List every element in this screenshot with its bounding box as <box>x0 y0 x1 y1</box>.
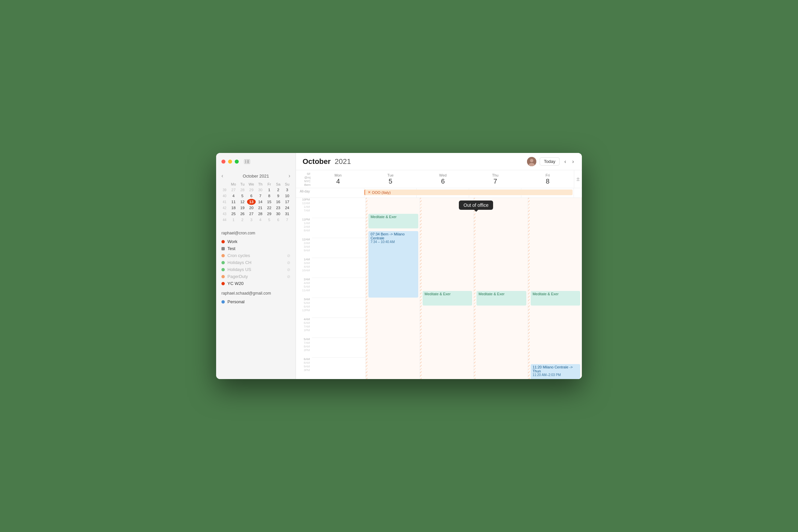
mini-cal-day[interactable]: 17 <box>283 199 291 205</box>
day-header-wed6[interactable]: Wed 6 <box>417 170 469 188</box>
day-header-su: Su <box>283 182 291 187</box>
next-week-button[interactable]: › <box>571 158 575 165</box>
calendar-personal[interactable]: Personal <box>222 298 290 305</box>
mini-cal-day[interactable]: 15 <box>265 199 274 205</box>
time-label-12am: 12AM2AM3AM9AM <box>296 238 312 258</box>
mini-cal-day[interactable]: 12 <box>238 199 247 205</box>
eye-slash-icon: ⊘ <box>287 253 290 258</box>
mini-cal-day[interactable]: 13 <box>247 199 256 205</box>
mini-cal-day[interactable]: 2 <box>238 217 247 223</box>
prev-week-button[interactable]: ‹ <box>563 158 567 165</box>
calendar-yc-w20[interactable]: YC W20 <box>222 280 290 287</box>
mini-cal-day[interactable]: 21 <box>256 205 265 211</box>
mini-cal-day[interactable]: 30 <box>274 211 283 217</box>
mini-cal-day[interactable]: 6 <box>274 217 283 223</box>
mini-cal-day[interactable]: 7 <box>256 193 265 199</box>
mini-cal-day[interactable]: 28 <box>238 187 247 193</box>
today-button[interactable]: Today <box>540 157 560 166</box>
calendar-cron-cycles-dot <box>222 254 225 258</box>
mini-cal-day[interactable]: 20 <box>247 205 256 211</box>
mini-cal-day[interactable]: 5 <box>238 193 247 199</box>
mini-cal-day[interactable]: 3 <box>247 217 256 223</box>
event-meditate-fri8[interactable]: Meditate & Exer <box>531 291 580 306</box>
minimize-button[interactable] <box>228 159 232 164</box>
mini-cal-day[interactable]: 31 <box>283 211 291 217</box>
close-button[interactable] <box>222 159 225 164</box>
calendar-work-dot <box>222 240 225 243</box>
ooo-allday-event[interactable]: ✕ OOO (Italy) <box>364 190 573 195</box>
mini-cal-day[interactable]: 27 <box>247 211 256 217</box>
mini-cal-day[interactable]: 14 <box>256 199 265 205</box>
mini-cal-day[interactable]: 22 <box>265 205 274 211</box>
day-col-thu7: Meditate & Exer <box>474 198 528 379</box>
mini-cal-day[interactable]: 4 <box>229 193 238 199</box>
mini-calendar: ‹ October 2021 › Mo Tu We Th Fr Sa Su <box>216 170 296 225</box>
ooo-stripe-tue5 <box>366 198 367 379</box>
ooo-stripe-fri8 <box>528 198 530 379</box>
main-calendar: October 2021 Today ‹ › <box>296 153 582 379</box>
event-meditate-tue5[interactable]: Meditate & Exer <box>368 214 418 228</box>
mini-cal-day[interactable]: 7 <box>283 217 291 223</box>
day-name-thu7: Thu <box>492 173 498 177</box>
mini-cal-day[interactable]: 27 <box>229 187 238 193</box>
mini-cal-day[interactable]: 26 <box>238 211 247 217</box>
mini-cal-day[interactable]: 5 <box>265 217 274 223</box>
calendar-personal-label: Personal <box>227 299 244 304</box>
time-label-3am: 3AM5AM6AM12PM <box>296 298 312 318</box>
mini-cal-day[interactable]: 6 <box>247 193 256 199</box>
calendar-holidays-ch[interactable]: Holidays CH ⊘ <box>222 259 290 266</box>
event-train-bern-milano[interactable]: 07:34 Bern -> Milano Centrale 7:34 – 10:… <box>368 231 418 298</box>
mini-cal-day[interactable]: 2 <box>274 187 283 193</box>
maximize-button[interactable] <box>235 159 239 164</box>
day-header-mon4[interactable]: Mon 4 <box>312 170 364 188</box>
mini-cal-day[interactable]: 19 <box>238 205 247 211</box>
tz-mj: @mj <box>304 176 310 179</box>
mini-cal-month-year: October 2021 <box>243 174 269 178</box>
mini-cal-day[interactable]: 29 <box>265 211 274 217</box>
calendar-cron-cycles[interactable]: Cron cycles ⊘ <box>222 252 290 259</box>
layout-toggle-icon[interactable] <box>244 159 250 164</box>
mini-cal-day[interactable]: 25 <box>229 211 238 217</box>
mini-cal-day[interactable]: 23 <box>274 205 283 211</box>
time-grid: 10PM12AM1AM7AM 11PM1AM2AM8AM 12AM2AM3AM9… <box>296 198 582 379</box>
allday-cell-tue5: ✕ OOO (Italy) <box>364 188 417 197</box>
time-grid-scroll[interactable]: 10PM12AM1AM7AM 11PM1AM2AM8AM 12AM2AM3AM9… <box>296 198 582 379</box>
mini-cal-day[interactable]: 8 <box>265 193 274 199</box>
calendar-holidays-us[interactable]: Holidays US ⊘ <box>222 266 290 273</box>
mini-cal-day[interactable]: 18 <box>229 205 238 211</box>
mini-cal-day[interactable]: 1 <box>265 187 274 193</box>
mini-cal-day[interactable]: 1 <box>229 217 238 223</box>
time-label-4am: 4AM6AM7AM1PM <box>296 318 312 338</box>
mini-cal-day[interactable]: 10 <box>283 193 291 199</box>
avatar[interactable] <box>527 157 536 166</box>
calendar-test[interactable]: Test <box>222 245 290 252</box>
calendar-work[interactable]: Work <box>222 238 290 245</box>
add-event-button[interactable]: ± <box>574 170 582 188</box>
calendar-pagerduty[interactable]: PagerDuty ⊘ <box>222 273 290 280</box>
allday-cells: ✕ OOO (Italy) <box>312 188 574 197</box>
mini-cal-day[interactable]: 28 <box>256 211 265 217</box>
day-header-thu7[interactable]: Thu 7 <box>469 170 522 188</box>
mini-cal-day[interactable]: 29 <box>247 187 256 193</box>
event-meditate-wed6[interactable]: Meditate & Exer <box>423 291 472 306</box>
calendar-pagerduty-label: PagerDuty <box>227 274 248 279</box>
day-col-fri8: Meditate & Exer 11:20 Milano Centrale ->… <box>528 198 582 379</box>
day-col-wed6: Meditate & Exer [Run] - Hotel↑ <box>420 198 474 379</box>
mini-cal-day[interactable]: 3 <box>283 187 291 193</box>
week-num-header <box>220 182 229 187</box>
mini-cal-day[interactable]: 4 <box>256 217 265 223</box>
day-num-mon4: 4 <box>313 177 363 185</box>
day-header-th: Th <box>256 182 265 187</box>
mini-cal-day[interactable]: 16 <box>274 199 283 205</box>
mini-cal-day[interactable]: 9 <box>274 193 283 199</box>
event-milano-thun[interactable]: 11:20 Milano Centrale -> Thun 11:20 AM–2… <box>531 364 580 379</box>
day-header-fri8[interactable]: Fri 8 <box>521 170 574 188</box>
mini-cal-next[interactable]: › <box>287 173 291 179</box>
mini-cal-prev[interactable]: ‹ <box>220 173 225 179</box>
event-meditate-thu7[interactable]: Meditate & Exer <box>476 291 526 306</box>
day-header-tue5[interactable]: Tue 5 <box>364 170 417 188</box>
day-header-sa: Sa <box>274 182 283 187</box>
mini-cal-day[interactable]: 30 <box>256 187 265 193</box>
mini-cal-day[interactable]: 24 <box>283 205 291 211</box>
mini-cal-day[interactable]: 11 <box>229 199 238 205</box>
